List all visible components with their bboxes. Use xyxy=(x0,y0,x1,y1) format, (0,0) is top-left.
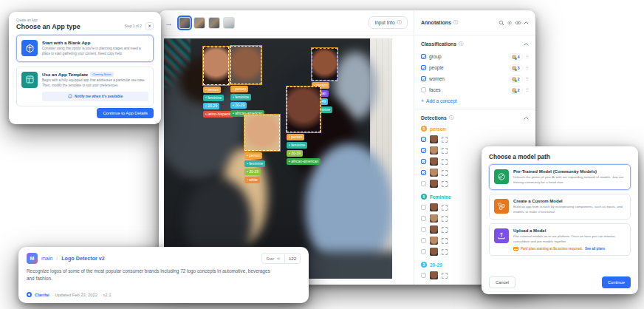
bounding-box-icon[interactable] xyxy=(442,137,448,143)
continue-to-app-details-button[interactable]: Continue to App Details xyxy=(97,108,154,118)
detection-group-header[interactable]: 5 person xyxy=(421,126,529,132)
search-icon[interactable] xyxy=(499,20,504,26)
owner-link[interactable]: Clarifai xyxy=(35,293,49,297)
input-thumbnail[interactable] xyxy=(223,17,235,29)
bounding-box-icon[interactable] xyxy=(442,170,448,176)
checkbox[interactable] xyxy=(421,238,426,243)
input-thumbnail[interactable] xyxy=(193,17,205,29)
concept-chip[interactable]: latino-hispanic xyxy=(203,111,233,118)
drag-handle-icon[interactable]: ⠿ xyxy=(526,65,529,70)
gear-icon[interactable] xyxy=(507,20,513,26)
drag-handle-icon[interactable]: ⠿ xyxy=(526,87,529,92)
bounding-box-icon[interactable] xyxy=(442,238,448,244)
drag-handle-icon[interactable]: ⠿ xyxy=(526,54,529,59)
detection-thumbnail[interactable] xyxy=(430,135,438,143)
add-concept-button[interactable]: + Add a concept xyxy=(421,98,529,103)
bounding-box-icon[interactable] xyxy=(442,159,448,165)
forward-arrow-icon[interactable]: → xyxy=(165,18,173,27)
concept-chip[interactable]: 30-39 xyxy=(287,150,303,157)
continue-button[interactable]: Continue xyxy=(602,276,631,288)
concept-chip[interactable]: 20-29 xyxy=(203,103,219,109)
checkbox[interactable] xyxy=(421,181,426,186)
detection-thumbnail[interactable] xyxy=(430,214,438,223)
concept-chip[interactable]: person xyxy=(230,86,248,92)
annotated-image[interactable]: person feminine 20-29 latino-hispanic xyxy=(164,38,392,279)
detection-thumbnail[interactable] xyxy=(430,180,438,188)
bounding-box-icon[interactable] xyxy=(442,249,448,255)
detection-row[interactable] xyxy=(421,134,529,145)
classification-row[interactable]: faces 2 ⠿ xyxy=(421,84,529,95)
concept-chip-stack: person feminine 30-39 african-american xyxy=(287,134,321,165)
cancel-button[interactable]: Cancel xyxy=(489,276,515,288)
chevron-up-icon[interactable] xyxy=(524,21,529,25)
detection-thumbnail[interactable] xyxy=(430,225,438,234)
checkbox[interactable] xyxy=(421,205,426,210)
chevron-up-icon[interactable] xyxy=(524,116,529,120)
face-bounding-box[interactable]: person feminine 20-29 african-american xyxy=(230,46,261,84)
bounding-box-icon[interactable] xyxy=(442,273,448,279)
checkbox[interactable] xyxy=(421,216,426,221)
custom-model-option[interactable]: Create a Custom Model Build an app from … xyxy=(489,194,631,220)
see-all-plans-link[interactable]: See all plans xyxy=(585,247,605,251)
bounding-box-icon[interactable] xyxy=(442,181,448,187)
chevron-up-icon[interactable] xyxy=(524,42,529,47)
classification-row[interactable]: women 2 ⠿ xyxy=(421,73,529,84)
bounding-box-icon[interactable] xyxy=(442,148,448,154)
checkbox[interactable] xyxy=(421,227,426,232)
concept-chip[interactable]: person xyxy=(244,152,262,159)
input-info-button[interactable]: Input Info ⓘ xyxy=(369,16,408,29)
checkbox[interactable] xyxy=(421,54,426,59)
checkbox[interactable] xyxy=(421,148,426,153)
eye-icon[interactable] xyxy=(515,20,521,26)
checkbox[interactable] xyxy=(421,249,426,254)
concept-chip[interactable]: 30-39 xyxy=(244,169,261,175)
concept-chip[interactable]: person xyxy=(203,86,221,93)
checkbox[interactable] xyxy=(421,87,426,92)
checkbox[interactable] xyxy=(421,273,426,278)
checkbox[interactable] xyxy=(421,137,426,142)
face-bounding-box[interactable]: person feminine 30-39 african-american xyxy=(287,86,321,132)
detection-thumbnail[interactable] xyxy=(430,157,438,166)
checkbox[interactable] xyxy=(421,76,426,81)
concept-chip[interactable]: person xyxy=(287,134,304,140)
checkbox[interactable] xyxy=(421,170,426,175)
drag-handle-icon[interactable]: ⠿ xyxy=(526,76,529,81)
close-icon[interactable]: ✕ xyxy=(145,22,154,30)
detection-thumbnail[interactable] xyxy=(430,203,438,211)
repo-link[interactable]: main xyxy=(41,256,52,261)
app-template-option[interactable]: Use an App Template Coming Soon Begin wi… xyxy=(16,67,154,106)
detection-thumbnail[interactable] xyxy=(430,271,438,279)
input-thumbnail[interactable] xyxy=(208,17,220,29)
model-name-link[interactable]: Logo Detector v2 xyxy=(61,255,105,262)
concept-chip[interactable]: feminine xyxy=(244,160,265,167)
concept-chip[interactable]: white xyxy=(244,177,260,183)
upload-model-option[interactable]: Upload a Model Port external models on t… xyxy=(489,223,631,255)
pretrained-model-option[interactable]: Pre-Trained Model (Community Models) Unl… xyxy=(489,164,631,190)
concept-chip[interactable]: 20-29 xyxy=(230,102,247,109)
detection-thumbnail[interactable] xyxy=(430,169,438,177)
bounding-box-icon[interactable] xyxy=(442,227,448,233)
concept-chip[interactable]: african-american xyxy=(287,158,321,165)
detection-thumbnail[interactable] xyxy=(430,248,438,256)
face-bounding-box[interactable]: person indian 40-49 feminine xyxy=(312,48,338,81)
notify-button[interactable]: Notify me when it's available xyxy=(42,92,148,101)
face-bounding-box[interactable]: person feminine 30-39 white xyxy=(244,115,280,151)
blank-app-option[interactable]: Start with a Blank App Consider using th… xyxy=(16,35,154,62)
detection-thumbnail[interactable] xyxy=(430,237,438,245)
bounding-box-icon[interactable] xyxy=(442,216,448,222)
star-button[interactable]: Star ★ xyxy=(262,254,284,263)
checkbox[interactable] xyxy=(421,159,426,164)
input-thumbnail[interactable] xyxy=(179,17,191,29)
classification-row[interactable]: people 3 ⠿ xyxy=(421,62,529,73)
concept-chip[interactable]: feminine xyxy=(203,95,224,101)
detection-thumbnail[interactable] xyxy=(430,146,438,154)
classification-row[interactable]: group 4 ⠿ xyxy=(421,51,529,62)
bounding-box-icon[interactable] xyxy=(442,205,448,211)
checkbox[interactable] xyxy=(421,65,426,70)
star-widget[interactable]: Star ★ 122 xyxy=(261,253,301,264)
concept-chip[interactable]: feminine xyxy=(230,94,251,101)
star-count[interactable]: 122 xyxy=(284,254,300,262)
face-bounding-box[interactable]: person feminine 20-29 latino-hispanic xyxy=(203,47,229,85)
concept-chip[interactable]: feminine xyxy=(287,142,307,149)
option-title: Pre-Trained Model (Community Models) xyxy=(513,169,626,174)
